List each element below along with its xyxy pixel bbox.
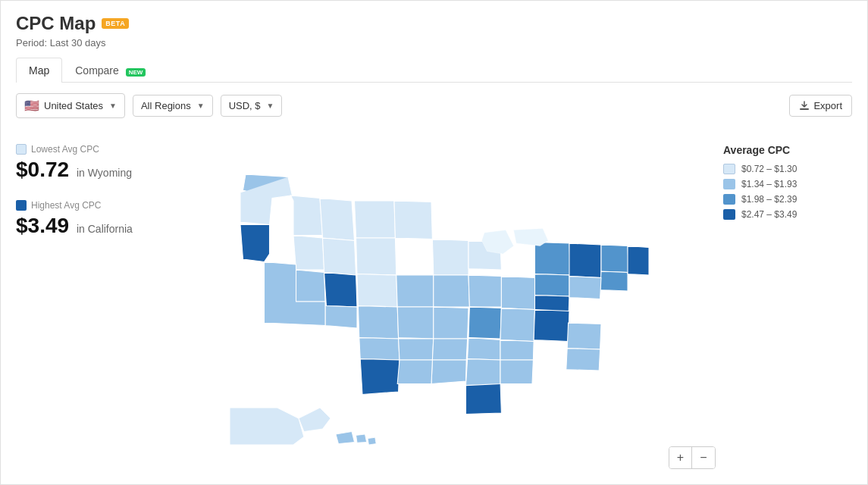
zoom-in-button[interactable]: +: [669, 447, 692, 468]
new-badge: NEW: [126, 68, 146, 77]
state-nc2: [567, 323, 601, 349]
region-value: All Regions: [141, 100, 191, 111]
state-hi-2: [356, 434, 366, 443]
export-button[interactable]: Export: [789, 95, 852, 117]
region-select[interactable]: All Regions ▼: [133, 95, 213, 117]
legend-item-4: $2.47 – $3.49: [723, 209, 852, 220]
right-legend: Average CPC $0.72 – $1.30 $1.34 – $1.93 …: [716, 129, 852, 484]
swatch-3: [723, 194, 735, 205]
legend-item-1: $0.72 – $1.30: [723, 164, 852, 174]
export-icon: [799, 101, 810, 111]
state-va: [500, 308, 535, 341]
us-map-svg[interactable]: [184, 148, 700, 466]
state-md-de: [534, 274, 569, 296]
currency-value: USD, $: [229, 100, 261, 111]
state-ut: [296, 270, 325, 302]
state-me: [628, 246, 649, 275]
state-sd: [356, 238, 396, 275]
zoom-controls: + −: [669, 446, 716, 469]
legend-item-2: $1.34 – $1.93: [723, 179, 852, 189]
lake-michigan: [481, 230, 513, 254]
state-wi: [432, 239, 468, 275]
state-tx: [360, 358, 400, 394]
highest-value: $3.49: [16, 214, 69, 237]
state-mo: [397, 307, 434, 339]
period-text: Period: Last 30 days: [16, 37, 852, 48]
country-chevron-icon: ▼: [109, 102, 117, 110]
tab-compare[interactable]: Compare NEW: [62, 58, 158, 83]
range-1: $0.72 – $1.30: [741, 164, 797, 174]
region-chevron-icon: ▼: [197, 102, 205, 110]
state-nc: [467, 337, 500, 359]
state-pa: [534, 242, 570, 274]
state-nv: [293, 235, 324, 270]
state-vt-nh: [601, 245, 628, 272]
page-wrapper: CPC Map BETA Period: Last 30 days Map Co…: [0, 0, 868, 485]
state-ak: [230, 408, 304, 445]
main-area: Lowest Avg CPC $0.72 in Wyoming Highest …: [16, 129, 852, 484]
range-3: $1.98 – $2.39: [741, 194, 797, 205]
state-fl: [465, 381, 501, 414]
highest-label: Highest Avg CPC: [16, 200, 160, 211]
state-il-area: [433, 275, 469, 307]
range-4: $2.47 – $3.49: [741, 209, 797, 220]
state-ky: [433, 307, 468, 339]
page-title: CPC Map BETA: [16, 13, 852, 34]
state-ia: [396, 275, 433, 307]
state-ny: [569, 243, 601, 278]
lake-erie: [513, 228, 548, 246]
lowest-color-box: [16, 144, 27, 155]
state-ne: [357, 274, 397, 306]
state-ms: [431, 360, 466, 384]
svg-rect-0: [800, 108, 809, 110]
beta-badge: BETA: [102, 18, 129, 29]
state-ks: [358, 305, 398, 338]
state-ca: [240, 224, 270, 261]
lowest-cpc-section: Lowest Avg CPC $0.72 in Wyoming: [16, 144, 160, 182]
lowest-label: Lowest Avg CPC: [16, 144, 160, 155]
title-text: CPC Map: [16, 13, 96, 34]
lowest-location: in Wyoming: [77, 167, 132, 179]
state-ma-ct: [600, 271, 627, 291]
state-oh: [501, 276, 534, 309]
swatch-2: [723, 179, 735, 189]
map-container: + −: [168, 129, 716, 484]
state-va2: [534, 309, 569, 341]
tab-bar: Map Compare NEW: [16, 58, 852, 83]
state-tn: [432, 339, 467, 360]
controls-bar: 🇺🇸 United States ▼ All Regions ▼ USD, $ …: [16, 93, 852, 118]
highest-value-row: $3.49 in California: [16, 214, 160, 238]
state-nj: [569, 276, 601, 299]
state-wv: [468, 307, 501, 339]
state-hi-3: [368, 437, 376, 445]
state-mt: [320, 198, 355, 240]
state-la: [397, 360, 432, 384]
swatch-4: [723, 209, 735, 220]
country-flag: 🇺🇸: [24, 99, 39, 113]
state-sc2: [566, 348, 600, 370]
state-mn: [394, 201, 432, 239]
zoom-out-button[interactable]: −: [692, 447, 715, 468]
avg-cpc-title: Average CPC: [723, 144, 852, 156]
highest-color-box: [16, 200, 27, 211]
lowest-value: $0.72: [16, 158, 69, 181]
state-id: [290, 196, 322, 236]
left-legend: Lowest Avg CPC $0.72 in Wyoming Highest …: [16, 129, 168, 484]
state-nd: [354, 201, 395, 238]
state-ok: [359, 337, 399, 359]
lowest-value-row: $0.72 in Wyoming: [16, 158, 160, 182]
state-hi-main: [336, 431, 355, 443]
state-ak-peninsula: [299, 408, 331, 432]
legend-item-3: $1.98 – $2.39: [723, 194, 852, 205]
tab-map[interactable]: Map: [16, 58, 62, 83]
state-sc: [500, 340, 534, 360]
state-al: [500, 360, 533, 384]
currency-select[interactable]: USD, $ ▼: [221, 95, 283, 117]
range-2: $1.34 – $1.93: [741, 179, 797, 189]
currency-chevron-icon: ▼: [267, 102, 274, 110]
country-value: United States: [44, 100, 103, 111]
highest-cpc-section: Highest Avg CPC $3.49 in California: [16, 200, 160, 238]
state-co: [324, 272, 356, 307]
country-select[interactable]: 🇺🇸 United States ▼: [16, 93, 125, 118]
highest-location: in California: [77, 223, 133, 235]
